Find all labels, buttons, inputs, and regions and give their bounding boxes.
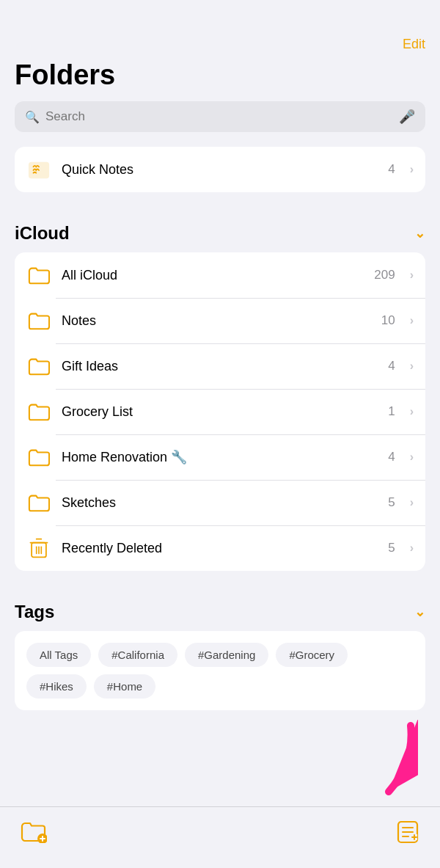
tags-section-header: Tags ⌄ — [0, 586, 440, 631]
folder-icon-gift-ideas — [26, 354, 51, 379]
bottom-bar — [0, 806, 440, 868]
folder-icon-sketches — [26, 490, 51, 515]
folder-icon-grocery-list — [26, 399, 51, 424]
folder-icon-all-icloud — [26, 263, 51, 288]
microphone-icon[interactable]: 🎤 — [399, 109, 415, 125]
page-title: Folders — [15, 59, 425, 91]
folder-name-recently-deleted: Recently Deleted — [62, 541, 378, 556]
folder-name-home-renovation: Home Renovation 🔧 — [62, 449, 378, 465]
quick-notes-chevron: › — [410, 163, 414, 176]
icloud-section-title: iCloud — [15, 223, 70, 244]
tags-row: All Tags #California #Gardening #Grocery… — [26, 643, 414, 699]
quick-notes-label: Quick Notes — [62, 162, 378, 178]
icloud-card: All iCloud 209 › Notes 10 › Gift Ideas 4 — [15, 252, 425, 571]
search-input[interactable] — [45, 109, 393, 124]
folder-item-notes[interactable]: Notes 10 › — [15, 298, 425, 343]
search-icon: 🔍 — [25, 110, 40, 124]
folder-chevron-recently-deleted: › — [410, 541, 414, 555]
quick-notes-section: Quick Notes 4 › — [15, 147, 425, 192]
folder-icon-home-renovation — [26, 445, 51, 470]
folder-chevron-notes: › — [410, 314, 414, 327]
quick-notes-card: Quick Notes 4 › — [15, 147, 425, 192]
tag-chip-gardening[interactable]: #Gardening — [185, 643, 268, 667]
pink-arrow-annotation — [352, 718, 418, 809]
new-note-button[interactable] — [396, 820, 419, 844]
folder-chevron-grocery-list: › — [410, 405, 414, 418]
folder-name-notes: Notes — [62, 313, 371, 329]
folder-count-recently-deleted: 5 — [388, 541, 395, 555]
trash-icon — [26, 536, 51, 561]
tag-chip-grocery[interactable]: #Grocery — [276, 643, 348, 667]
folder-chevron-all-icloud: › — [410, 269, 414, 282]
folder-item-grocery-list[interactable]: Grocery List 1 › — [15, 389, 425, 434]
folder-chevron-sketches: › — [410, 496, 414, 509]
header: Edit — [0, 0, 440, 59]
folder-chevron-gift-ideas: › — [410, 360, 414, 373]
folder-item-all-icloud[interactable]: All iCloud 209 › — [15, 252, 425, 298]
folder-count-home-renovation: 4 — [388, 450, 395, 464]
folder-item-sketches[interactable]: Sketches 5 › — [15, 480, 425, 525]
folder-name-gift-ideas: Gift Ideas — [62, 359, 378, 374]
page-title-section: Folders — [0, 59, 440, 101]
tag-chip-home[interactable]: #Home — [94, 674, 155, 699]
quick-notes-count: 4 — [388, 162, 395, 177]
tags-section: All Tags #California #Gardening #Grocery… — [15, 631, 425, 710]
tags-card: All Tags #California #Gardening #Grocery… — [15, 631, 425, 710]
edit-button[interactable]: Edit — [403, 37, 425, 52]
folder-count-grocery-list: 1 — [388, 404, 395, 419]
icloud-folders-card: All iCloud 209 › Notes 10 › Gift Ideas 4 — [15, 252, 425, 571]
quick-notes-icon — [26, 157, 51, 182]
folder-item-gift-ideas[interactable]: Gift Ideas 4 › — [15, 343, 425, 389]
folder-icon-notes — [26, 308, 51, 333]
folder-name-sketches: Sketches — [62, 495, 378, 511]
icloud-collapse-icon[interactable]: ⌄ — [414, 225, 425, 241]
quick-notes-item[interactable]: Quick Notes 4 › — [15, 147, 425, 192]
icloud-section-header: iCloud ⌄ — [0, 207, 440, 252]
folder-count-all-icloud: 209 — [374, 268, 395, 282]
search-bar[interactable]: 🔍 🎤 — [15, 101, 425, 132]
folder-item-recently-deleted[interactable]: Recently Deleted 5 › — [15, 525, 425, 571]
folder-count-notes: 10 — [381, 313, 395, 328]
tags-collapse-icon[interactable]: ⌄ — [414, 604, 425, 620]
folder-chevron-home-renovation: › — [410, 451, 414, 464]
tag-chip-all-tags[interactable]: All Tags — [26, 643, 91, 667]
tags-section-title: Tags — [15, 602, 54, 622]
new-folder-button[interactable] — [21, 821, 47, 843]
folder-count-gift-ideas: 4 — [388, 359, 395, 373]
folder-name-all-icloud: All iCloud — [62, 268, 364, 283]
folder-item-home-renovation[interactable]: Home Renovation 🔧 4 › — [15, 434, 425, 480]
tag-chip-california[interactable]: #California — [98, 643, 177, 667]
tag-chip-hikes[interactable]: #Hikes — [26, 674, 87, 699]
folder-count-sketches: 5 — [388, 495, 395, 510]
folder-name-grocery-list: Grocery List — [62, 404, 378, 420]
